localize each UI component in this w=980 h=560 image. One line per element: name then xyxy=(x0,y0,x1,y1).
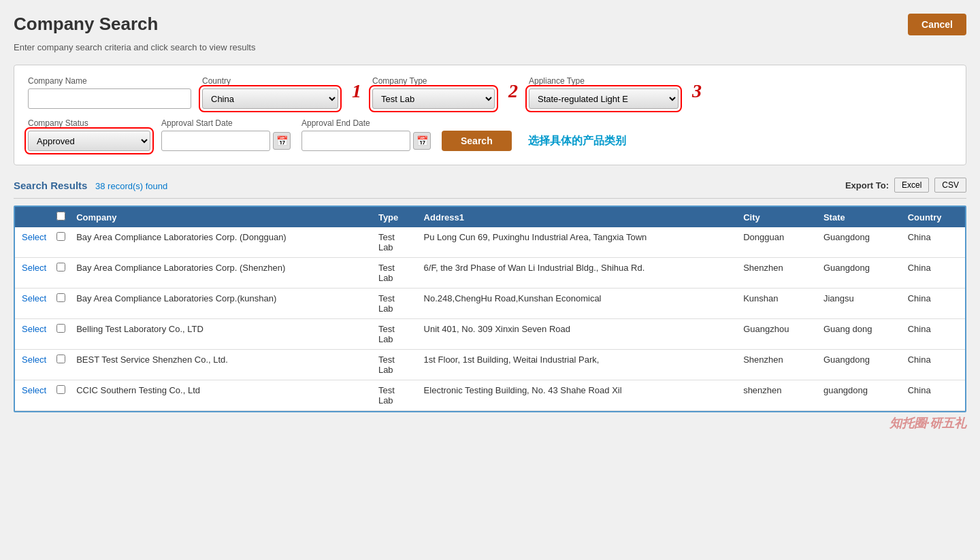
select-cell: Select xyxy=(15,319,53,350)
annotation-2: 2 xyxy=(508,80,518,102)
address1-cell: Unit 401, No. 309 Xinxin Seven Road xyxy=(417,319,737,350)
approval-start-date-label: Approval Start Date xyxy=(161,118,291,128)
country-cell: China xyxy=(901,350,965,380)
annotation-text-wrapper: 选择具体的产品类别 xyxy=(523,134,626,151)
results-table: Company Type Address1 City State Country… xyxy=(15,207,965,411)
form-row-2: Company Status Approved Pending Rejected… xyxy=(28,118,952,151)
approval-end-date-label: Approval End Date xyxy=(301,118,431,128)
country-cell: China xyxy=(901,289,965,319)
state-cell: Guang dong xyxy=(817,319,901,350)
table-row: SelectBay Area Compliance Laboratories C… xyxy=(15,289,965,319)
select-cell: Select xyxy=(15,289,53,319)
row-checkbox[interactable] xyxy=(56,355,65,363)
watermark: 知托圈·研五礼 xyxy=(14,415,966,431)
address1-cell: No.248,ChengHu Road,Kunshan Economical xyxy=(417,289,737,319)
state-cell: Guangdong xyxy=(817,350,901,380)
address1-cell: 6/F, the 3rd Phase of Wan Li Industrial … xyxy=(417,258,737,289)
export-section: Export To: Excel CSV xyxy=(845,178,966,193)
city-cell: Shenzhen xyxy=(736,350,817,380)
approval-start-date-wrapper: 📅 xyxy=(161,131,291,151)
company-cell: Belling Test Laboratory Co., LTD xyxy=(69,319,372,350)
select-cell: Select xyxy=(15,258,53,289)
type-cell: Test Lab xyxy=(372,319,417,350)
country-select[interactable]: China United States Germany Japan xyxy=(202,88,338,109)
row-checkbox[interactable] xyxy=(56,385,65,394)
results-divider xyxy=(14,198,966,199)
approval-start-date-group: Approval Start Date 📅 xyxy=(161,118,291,151)
city-cell: Kunshan xyxy=(736,289,817,319)
select-link[interactable]: Select xyxy=(22,385,46,395)
city-cell: Dongguan xyxy=(736,227,817,258)
select-all-checkbox[interactable] xyxy=(56,212,65,220)
company-cell: BEST Test Service Shenzhen Co., Ltd. xyxy=(69,350,372,380)
approval-end-date-group: Approval End Date 📅 xyxy=(301,118,431,151)
select-link[interactable]: Select xyxy=(22,293,46,303)
col-address1-header: Address1 xyxy=(417,207,737,227)
select-link[interactable]: Select xyxy=(22,355,46,365)
company-cell: Bay Area Compliance Laboratories Corp.(k… xyxy=(69,289,372,319)
col-company-header: Company xyxy=(69,207,372,227)
approval-start-date-input[interactable] xyxy=(161,131,270,151)
search-form: Company Name Country China United States… xyxy=(14,65,966,165)
state-cell: Jiangsu xyxy=(817,289,901,319)
col-type-header: Type xyxy=(372,207,417,227)
results-header: Search Results 38 record(s) found Export… xyxy=(14,178,966,193)
results-count: 38 record(s) found xyxy=(95,181,167,191)
state-cell: guangdong xyxy=(817,380,901,411)
page-subtitle: Enter company search criteria and click … xyxy=(14,42,966,52)
approval-start-date-calendar-icon[interactable]: 📅 xyxy=(273,132,291,150)
company-status-select[interactable]: Approved Pending Rejected xyxy=(28,131,150,151)
approval-end-date-calendar-icon[interactable]: 📅 xyxy=(413,132,431,150)
table-row: SelectBay Area Compliance Laboratories C… xyxy=(15,258,965,289)
select-cell: Select xyxy=(15,227,53,258)
form-row-1: Company Name Country China United States… xyxy=(28,76,952,109)
approval-end-date-input[interactable] xyxy=(301,131,410,151)
page-title: Company Search xyxy=(14,14,158,35)
row-checkbox-cell xyxy=(53,319,69,350)
company-name-input[interactable] xyxy=(28,88,191,109)
table-row: SelectBelling Test Laboratory Co., LTDTe… xyxy=(15,319,965,350)
cancel-button[interactable]: Cancel xyxy=(908,14,966,35)
company-cell: CCIC Southern Testing Co., Ltd xyxy=(69,380,372,411)
country-cell: China xyxy=(901,319,965,350)
company-type-group: Company Type Test Lab Manufacturer Agent xyxy=(372,76,495,109)
type-cell: Test Lab xyxy=(372,258,417,289)
address1-cell: Electronic Testing Building, No. 43 Shah… xyxy=(417,380,737,411)
row-checkbox[interactable] xyxy=(56,232,65,241)
table-row: SelectBay Area Compliance Laboratories C… xyxy=(15,227,965,258)
table-row: SelectCCIC Southern Testing Co., LtdTest… xyxy=(15,380,965,411)
row-checkbox[interactable] xyxy=(56,293,65,302)
type-cell: Test Lab xyxy=(372,350,417,380)
state-cell: Guangdong xyxy=(817,258,901,289)
annotation-1: 1 xyxy=(352,80,361,102)
export-excel-button[interactable]: Excel xyxy=(894,178,929,193)
select-link[interactable]: Select xyxy=(22,263,46,273)
annotation-text: 选择具体的产品类别 xyxy=(528,135,626,146)
row-checkbox-cell xyxy=(53,227,69,258)
table-row: SelectBEST Test Service Shenzhen Co., Lt… xyxy=(15,350,965,380)
select-link[interactable]: Select xyxy=(22,324,46,334)
company-status-label: Company Status xyxy=(28,118,150,128)
row-checkbox[interactable] xyxy=(56,263,65,271)
col-country-header: Country xyxy=(901,207,965,227)
export-csv-button[interactable]: CSV xyxy=(934,178,966,193)
state-cell: Guangdong xyxy=(817,227,901,258)
city-cell: Guangzhou xyxy=(736,319,817,350)
col-checkbox-header xyxy=(53,207,69,227)
country-group: Country China United States Germany Japa… xyxy=(202,76,338,109)
appliance-type-select[interactable]: State-regulated Light E Other xyxy=(529,88,679,109)
company-cell: Bay Area Compliance Laboratories Corp. (… xyxy=(69,258,372,289)
select-link[interactable]: Select xyxy=(22,232,46,242)
city-cell: Shenzhen xyxy=(736,258,817,289)
type-cell: Test Lab xyxy=(372,227,417,258)
approval-end-date-wrapper: 📅 xyxy=(301,131,431,151)
row-checkbox[interactable] xyxy=(56,324,65,333)
country-cell: China xyxy=(901,380,965,411)
search-button[interactable]: Search xyxy=(442,131,512,151)
company-cell: Bay Area Compliance Laboratories Corp. (… xyxy=(69,227,372,258)
annotation-3: 3 xyxy=(692,80,702,102)
select-cell: Select xyxy=(15,380,53,411)
col-select-header xyxy=(15,207,53,227)
company-type-select[interactable]: Test Lab Manufacturer Agent xyxy=(372,88,495,109)
col-state-header: State xyxy=(817,207,901,227)
